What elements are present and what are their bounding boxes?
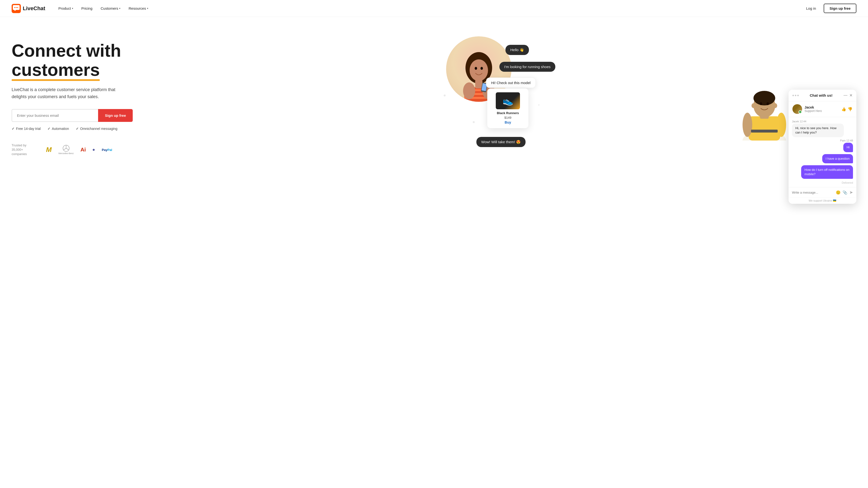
dot-3: [797, 95, 799, 96]
decor-dot-4: [538, 104, 539, 105]
nav-pricing[interactable]: Pricing: [78, 4, 96, 12]
chat-input-area: 🙂 📎 ➤: [788, 187, 857, 197]
user-message-q-row: I have a question: [792, 154, 853, 163]
mercedes-icon: [63, 145, 69, 152]
chat-widget-header: Chat with us! — ✕: [788, 90, 857, 101]
paypal-logo: PayPal: [102, 148, 112, 152]
agent-avatar: [793, 104, 802, 114]
email-input[interactable]: [11, 109, 98, 122]
nav-resources[interactable]: Resources ▾: [125, 4, 152, 12]
thumbs-up-icon[interactable]: 👍: [841, 107, 846, 112]
dot-2: [795, 95, 796, 96]
svg-rect-30: [751, 130, 778, 132]
user-message-hi-row: Pam 12:48 Hi: [792, 139, 853, 152]
send-icon[interactable]: ➤: [849, 190, 853, 195]
headline-line1: Connect with: [11, 41, 121, 60]
agent-name: Jacek: [805, 105, 822, 109]
nav-customers-label: Customers: [100, 6, 118, 10]
dot-1: [793, 95, 794, 96]
chat-input[interactable]: [792, 191, 834, 194]
hero-section: Connect with customers LiveChat is a com…: [0, 17, 868, 488]
user-message-long: How do I turn off notifications on mobil…: [801, 165, 853, 179]
man-figure-svg: [743, 85, 786, 141]
signup-button[interactable]: Sign up free: [824, 4, 857, 13]
minimize-icon[interactable]: —: [843, 93, 847, 98]
agent-msg-time: Jacek 12:44: [792, 120, 853, 123]
decor-dot-3: [473, 121, 475, 123]
agent-message-row: Jacek 12:44 Hi, nice to see you here. Ho…: [792, 120, 853, 137]
resources-chevron-icon: ▾: [147, 7, 148, 10]
chat-widget-title: Chat with us!: [810, 93, 832, 97]
bubble-check-text: Hi! Check out this model: [491, 81, 531, 85]
user-hi-time: Pam 12:48: [840, 139, 853, 142]
adobe-logo: Ai: [81, 147, 86, 153]
customers-chevron-icon: ▾: [119, 7, 120, 10]
check-icon-automation: ✓: [48, 127, 51, 131]
feature-automation-label: Automation: [52, 127, 69, 131]
brand-logos: M Mercedes-Benz Ai ⊕ PayPal: [46, 145, 112, 155]
svg-point-25: [767, 102, 769, 105]
check-icon-omnichannel: ✓: [76, 127, 79, 131]
unilever-logo: ⊕: [93, 148, 95, 151]
chat-action-icons: 🙂 📎: [836, 190, 847, 195]
bubble-check: Hi! Check out this model: [486, 78, 536, 88]
logo-text: LiveChat: [23, 5, 45, 12]
user-message-hi: Hi: [843, 143, 853, 152]
decor-dot-2: [463, 68, 465, 70]
bubble-hello: Hello 👋: [505, 45, 529, 55]
chat-widget-actions: — ✕: [843, 93, 852, 98]
emoji-icon[interactable]: 🙂: [836, 190, 841, 195]
thumbs-down-icon[interactable]: 👎: [848, 107, 852, 112]
close-icon[interactable]: ✕: [849, 93, 852, 98]
mercedes-text: Mercedes-Benz: [58, 152, 73, 155]
product-card: Black Runners $149 Buy: [487, 88, 528, 128]
agent-info: Jacek Support Hero 👍 👎: [788, 101, 857, 117]
svg-point-3: [16, 7, 17, 8]
bubble-hello-text: Hello 👋: [510, 48, 524, 52]
user-message-long-row: How do I turn off notifications on mobil…: [792, 165, 853, 179]
svg-point-2: [14, 7, 15, 8]
svg-point-4: [17, 7, 18, 8]
nav-product[interactable]: Product ▾: [55, 4, 76, 12]
paypal-pal-text: Pal: [107, 148, 113, 152]
nav-actions: Log in Sign up free: [802, 4, 857, 13]
agent-details: Jacek Support Hero: [805, 105, 822, 113]
user-message-question: I have a question: [822, 154, 853, 163]
product-chevron-icon: ▾: [72, 7, 73, 10]
svg-point-27: [773, 103, 777, 108]
signup-hero-button[interactable]: Sign up free: [98, 109, 133, 122]
svg-point-29: [776, 113, 786, 137]
svg-point-8: [475, 67, 477, 70]
feature-trial: ✓ Free 14-day trial: [11, 127, 41, 131]
product-name: Black Runners: [491, 111, 525, 115]
bubble-wow-text: Wow! Will take them! 😍: [481, 140, 521, 144]
hero-description: LiveChat is a complete customer service …: [11, 86, 128, 100]
hero-left: Connect with customers LiveChat is a com…: [11, 31, 434, 478]
chat-widget: Chat with us! — ✕ Jacek Support Hero 👍 👎: [788, 90, 857, 204]
logo-link[interactable]: LiveChat: [11, 4, 45, 13]
shoe-image: [496, 92, 520, 109]
man-illustration: [743, 85, 786, 141]
feature-trial-label: Free 14-day trial: [16, 127, 41, 131]
product-price: $149: [491, 116, 525, 119]
nav-links: Product ▾ Pricing Customers ▾ Resources …: [55, 4, 802, 12]
feature-checks: ✓ Free 14-day trial ✓ Automation ✓ Omnic…: [11, 127, 434, 131]
delivered-status: Delivered: [792, 181, 853, 184]
svg-point-15: [463, 82, 475, 99]
mcdonalds-logo: M: [46, 146, 52, 154]
nav-product-label: Product: [58, 6, 71, 10]
mercedes-logo: Mercedes-Benz: [58, 145, 73, 155]
nav-resources-label: Resources: [129, 6, 146, 10]
nav-customers[interactable]: Customers ▾: [97, 4, 124, 12]
login-button[interactable]: Log in: [802, 4, 820, 12]
feature-automation: ✓ Automation: [48, 127, 69, 131]
decor-dot-1: [444, 94, 445, 96]
buy-button[interactable]: Buy: [491, 120, 525, 124]
svg-point-24: [760, 102, 762, 105]
hero-right: Hello 👋 I'm looking for running shoes Hi…: [434, 31, 857, 478]
svg-point-9: [480, 67, 483, 70]
svg-point-23: [753, 91, 775, 105]
bubble-wow: Wow! Will take them! 😍: [476, 137, 526, 147]
attachment-icon[interactable]: 📎: [843, 190, 847, 195]
chat-messages: Jacek 12:44 Hi, nice to see you here. Ho…: [788, 117, 857, 187]
